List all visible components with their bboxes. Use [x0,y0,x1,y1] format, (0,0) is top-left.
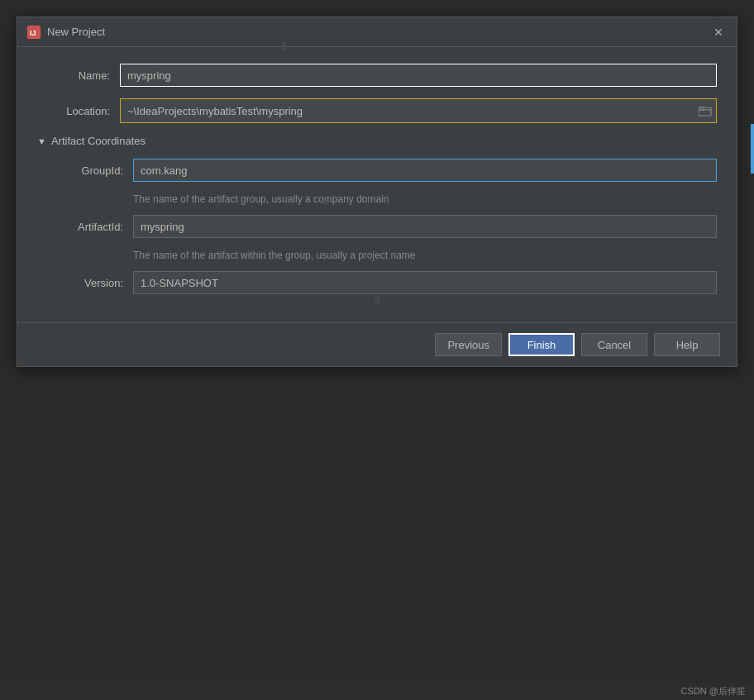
name-row: Name: [37,64,717,87]
groupid-row: GroupId: [50,159,717,182]
version-label: Version: [50,277,133,289]
version-row: Version: [50,271,717,294]
help-button[interactable]: Help [654,333,720,356]
artifact-section-title: Artifact Coordinates [51,135,146,147]
section-collapse-arrow[interactable]: ▼ [37,136,46,146]
step-2-indicator: 2 [322,194,328,207]
groupid-hint: The name of the artifact group, usually … [133,193,717,205]
artifactid-input[interactable] [133,215,717,238]
artifactid-label: ArtifactId: [50,221,133,233]
title-bar: IJ New Project ✕ [17,17,737,47]
groupid-input[interactable] [133,159,717,182]
artifact-section: GroupId: The name of the artifact group,… [50,159,717,294]
artifactid-hint: The name of the artifact within the grou… [133,250,717,261]
version-input[interactable] [133,271,717,294]
svg-text:IJ: IJ [30,29,36,37]
bottom-bar: CSDN @后伴笙 [0,682,754,700]
location-input-wrapper [120,98,717,123]
blue-side-indicator [751,124,754,174]
previous-button[interactable]: Previous [435,333,502,356]
browse-folder-button[interactable] [694,100,716,121]
svg-rect-2 [699,107,711,116]
app-icon: IJ [27,26,41,39]
finish-button[interactable]: Finish [508,333,575,356]
dialog-content: Name: Location: [17,47,737,322]
dialog-title: New Project [47,26,105,38]
cancel-button[interactable]: Cancel [581,333,647,356]
location-row: Location: [37,98,717,123]
artifact-section-header: ▼ Artifact Coordinates [37,135,717,147]
groupid-label: GroupId: [50,164,133,177]
name-label: Name: [37,69,120,82]
step-1-indicator: 1 [281,40,287,52]
name-input[interactable] [120,64,717,87]
watermark-text: CSDN @后伴笙 [681,685,746,698]
step-3-indicator: 3 [374,293,379,306]
location-label: Location: [37,105,120,117]
new-project-dialog: IJ New Project ✕ Name: Location: [17,17,737,367]
close-button[interactable]: ✕ [710,24,727,40]
artifactid-row: ArtifactId: [50,215,717,238]
title-bar-left: IJ New Project [27,26,105,39]
location-input[interactable] [121,99,694,122]
dialog-footer: Previous Finish Cancel Help [17,322,737,366]
